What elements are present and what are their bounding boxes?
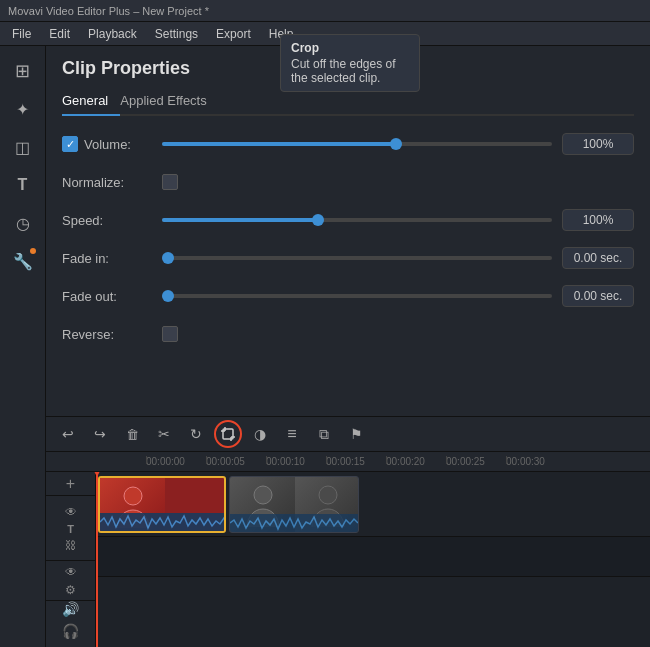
- volume-slider[interactable]: [162, 142, 552, 146]
- clip-2[interactable]: [229, 476, 359, 533]
- delete-btn[interactable]: 🗑: [118, 420, 146, 448]
- title-bar: Movavi Video Editor Plus – New Project *: [0, 0, 650, 22]
- track-eye-icon[interactable]: 👁: [65, 505, 77, 519]
- ruler-mark-5: 00:00:05: [206, 456, 266, 467]
- rotate-btn[interactable]: ↻: [182, 420, 210, 448]
- svg-point-7: [319, 486, 337, 504]
- timeline-area: ↩ ↪ 🗑 ✂ ↻ ◑ ≡ ⧉ ⚑: [46, 416, 650, 647]
- menu-help[interactable]: Help: [261, 25, 302, 43]
- reverse-row: Reverse:: [62, 320, 634, 348]
- fade-in-row: Fade in: 0.00 sec.: [62, 244, 634, 272]
- content-area: Clip Properties General Applied Effects …: [46, 46, 650, 647]
- track-link-icon[interactable]: ⛓: [65, 539, 76, 551]
- menu-playback[interactable]: Playback: [80, 25, 145, 43]
- sidebar-tools[interactable]: 🔧: [6, 244, 40, 278]
- sidebar-transitions[interactable]: ◷: [6, 206, 40, 240]
- cut-btn[interactable]: ✂: [150, 420, 178, 448]
- redo-btn[interactable]: ↪: [86, 420, 114, 448]
- add-track-icon[interactable]: +: [66, 475, 75, 493]
- speed-value: 100%: [562, 209, 634, 231]
- ruler-mark-10: 00:00:10: [266, 456, 326, 467]
- playhead: [96, 472, 98, 647]
- volume-checkbox[interactable]: [62, 136, 78, 152]
- fade-out-slider[interactable]: [162, 294, 552, 298]
- tab-applied-effects[interactable]: Applied Effects: [120, 89, 218, 116]
- menu-export[interactable]: Export: [208, 25, 259, 43]
- fade-out-row: Fade out: 0.00 sec.: [62, 282, 634, 310]
- speed-row: Speed: 100%: [62, 206, 634, 234]
- properties-tabs: General Applied Effects: [62, 89, 634, 116]
- timeline-ruler: 00:00:00 00:00:05 00:00:10 00:00:15 00:0…: [46, 452, 650, 472]
- fade-out-value: 0.00 sec.: [562, 285, 634, 307]
- fade-out-label: Fade out:: [62, 289, 117, 304]
- ruler-mark-25: 00:00:25: [446, 456, 506, 467]
- pip-btn[interactable]: ⧉: [310, 420, 338, 448]
- normalize-label: Normalize:: [62, 175, 124, 190]
- volume-row: Volume: 100%: [62, 130, 634, 158]
- fade-in-value: 0.00 sec.: [562, 247, 634, 269]
- speed-slider[interactable]: [162, 218, 552, 222]
- menu-bar: File Edit Playback Settings Export Help: [0, 22, 650, 46]
- fade-in-label: Fade in:: [62, 251, 109, 266]
- svg-point-6: [254, 486, 272, 504]
- normalize-row: Normalize:: [62, 168, 634, 196]
- speed-label: Speed:: [62, 213, 103, 228]
- clip-properties-panel: Clip Properties General Applied Effects …: [46, 46, 650, 416]
- volume-label: Volume:: [84, 137, 131, 152]
- sidebar-magic[interactable]: ✦: [6, 92, 40, 126]
- undo-btn[interactable]: ↩: [54, 420, 82, 448]
- ruler-mark-20: 00:00:20: [386, 456, 446, 467]
- ruler-mark-30: 00:00:30: [506, 456, 566, 467]
- timeline-tracks: + 👁 T ⛓ 👁 ⚙ 🔊: [46, 472, 650, 647]
- volume-value: 100%: [562, 133, 634, 155]
- clip-1[interactable]: [98, 476, 226, 533]
- svg-point-5: [124, 487, 142, 505]
- reverse-checkbox[interactable]: [162, 326, 178, 342]
- headphone-icon[interactable]: 🎧: [62, 623, 79, 639]
- sidebar-import[interactable]: ⊞: [6, 54, 40, 88]
- tracks-content: [96, 472, 650, 647]
- ruler-mark-15: 00:00:15: [326, 456, 386, 467]
- tab-general[interactable]: General: [62, 89, 120, 116]
- audio-eye-icon[interactable]: 👁: [65, 565, 77, 579]
- color-btn[interactable]: ◑: [246, 420, 274, 448]
- timeline-toolbar: ↩ ↪ 🗑 ✂ ↻ ◑ ≡ ⧉ ⚑: [46, 416, 650, 452]
- menu-file[interactable]: File: [4, 25, 39, 43]
- panel-title: Clip Properties: [62, 58, 634, 79]
- fade-in-slider[interactable]: [162, 256, 552, 260]
- video-track: [96, 472, 650, 537]
- track-text-icon[interactable]: T: [67, 523, 74, 535]
- reverse-label: Reverse:: [62, 327, 114, 342]
- audio-track: [96, 537, 650, 577]
- volume-icon[interactable]: 🔊: [62, 601, 79, 617]
- left-sidebar: ⊞ ✦ ◫ T ◷ 🔧: [0, 46, 46, 647]
- menu-edit[interactable]: Edit: [41, 25, 78, 43]
- audio-settings-icon[interactable]: ⚙: [65, 583, 76, 597]
- audio-btn[interactable]: ≡: [278, 420, 306, 448]
- ruler-mark-0: 00:00:00: [146, 456, 206, 467]
- sidebar-titles[interactable]: T: [6, 168, 40, 202]
- menu-settings[interactable]: Settings: [147, 25, 206, 43]
- normalize-checkbox[interactable]: [162, 174, 178, 190]
- flag-btn[interactable]: ⚑: [342, 420, 370, 448]
- main-layout: ⊞ ✦ ◫ T ◷ 🔧 Clip Properties General Appl…: [0, 46, 650, 647]
- crop-btn[interactable]: [214, 420, 242, 448]
- title-text: Movavi Video Editor Plus – New Project *: [8, 5, 209, 17]
- sidebar-filter[interactable]: ◫: [6, 130, 40, 164]
- track-controls: + 👁 T ⛓ 👁 ⚙ 🔊: [46, 472, 96, 647]
